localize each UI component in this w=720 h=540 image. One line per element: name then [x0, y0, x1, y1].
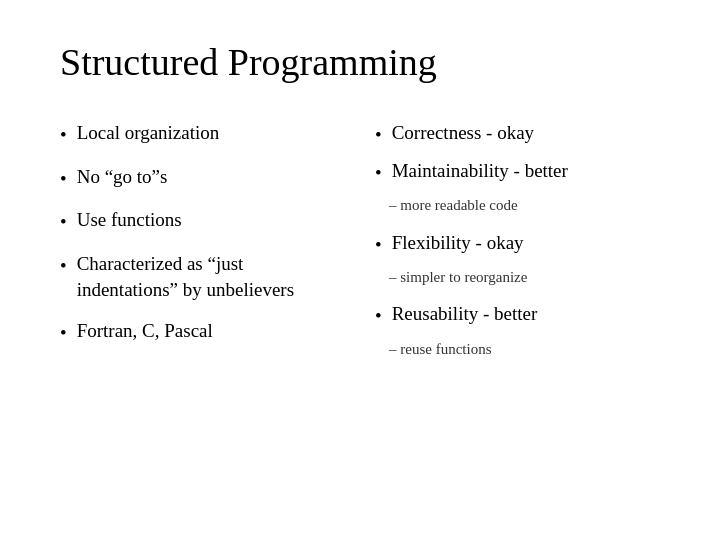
left-bullet-text: Local organization — [77, 120, 345, 146]
left-bullet-text: Fortran, C, Pascal — [77, 318, 345, 344]
right-bullet-text: Correctness - okay — [392, 120, 660, 146]
right-column: •Correctness - okay•Maintainability - be… — [375, 120, 660, 500]
right-sub-text: – more readable code — [389, 195, 518, 215]
left-bullet-item: •Fortran, C, Pascal — [60, 318, 345, 346]
right-main-bullet: •Reusability - better — [375, 301, 660, 329]
right-sub-item: – reuse functions — [375, 339, 660, 359]
slide: Structured Programming •Local organizati… — [0, 0, 720, 540]
bullet-symbol: • — [375, 160, 382, 186]
right-bullet-text: Reusability - better — [392, 301, 660, 327]
right-sub-text: – simpler to reorganize — [389, 267, 527, 287]
right-sub-text: – reuse functions — [389, 339, 491, 359]
right-main-bullet: •Maintainability - better — [375, 158, 660, 186]
left-bullet-item: •Use functions — [60, 207, 345, 235]
left-column: •Local organization•No “go to”s•Use func… — [60, 120, 345, 500]
right-main-bullet: •Flexibility - okay — [375, 230, 660, 258]
bullet-symbol: • — [375, 232, 382, 258]
left-bullet-item: •Characterized as “just indentations” by… — [60, 251, 345, 302]
left-bullet-text: Characterized as “just indentations” by … — [77, 251, 345, 302]
slide-title: Structured Programming — [60, 40, 660, 84]
right-bullet-text: Flexibility - okay — [392, 230, 660, 256]
content-area: •Local organization•No “go to”s•Use func… — [60, 120, 660, 500]
right-sub-item: – simpler to reorganize — [375, 267, 660, 287]
left-bullet-text: Use functions — [77, 207, 345, 233]
bullet-symbol: • — [60, 122, 67, 148]
bullet-symbol: • — [375, 122, 382, 148]
right-main-bullet: •Correctness - okay — [375, 120, 660, 148]
bullet-symbol: • — [60, 209, 67, 235]
bullet-symbol: • — [60, 166, 67, 192]
right-bullet-text: Maintainability - better — [392, 158, 660, 184]
right-sub-item: – more readable code — [375, 195, 660, 215]
left-bullet-item: •No “go to”s — [60, 164, 345, 192]
bullet-symbol: • — [60, 253, 67, 279]
bullet-symbol: • — [375, 303, 382, 329]
bullet-symbol: • — [60, 320, 67, 346]
left-bullet-text: No “go to”s — [77, 164, 345, 190]
left-bullet-item: •Local organization — [60, 120, 345, 148]
